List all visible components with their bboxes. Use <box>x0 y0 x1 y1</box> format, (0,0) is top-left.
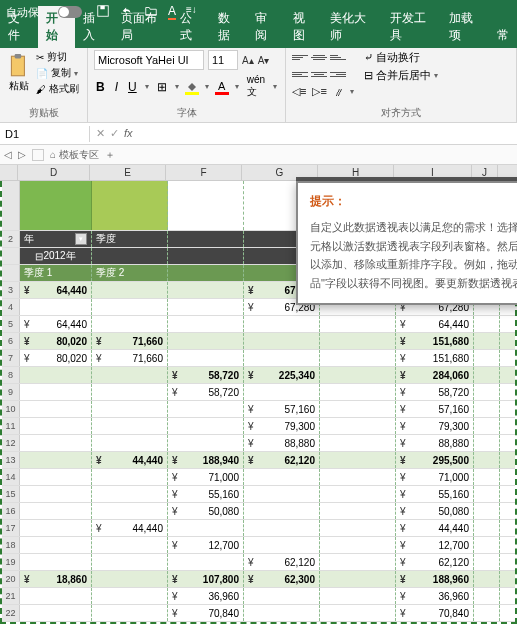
cell[interactable] <box>92 554 168 570</box>
cell[interactable] <box>92 503 168 519</box>
cell[interactable] <box>20 452 92 468</box>
cell[interactable]: ¥151,680 <box>396 333 474 349</box>
cell[interactable]: ¥64,440 <box>20 316 92 332</box>
cell[interactable]: ¥88,880 <box>244 435 320 451</box>
tab-beautify[interactable]: 美化大师 <box>322 6 381 48</box>
cell[interactable] <box>474 401 500 417</box>
border-button[interactable]: ⊞ <box>155 79 169 95</box>
cell[interactable] <box>244 350 320 366</box>
cell[interactable]: ¥71,000 <box>168 469 244 485</box>
year-value[interactable]: 2012年 <box>43 249 75 263</box>
cell[interactable] <box>320 435 396 451</box>
cell[interactable] <box>244 537 320 553</box>
align-top-button[interactable] <box>292 50 308 64</box>
worksheet-grid[interactable]: D E F G H I J 提示： 自定义此数据透视表以满足您的需求！选择数据透… <box>0 165 517 624</box>
grow-font-button[interactable]: A▴ <box>242 55 254 66</box>
cell[interactable] <box>474 384 500 400</box>
cell[interactable]: ¥57,160 <box>396 401 474 417</box>
cell[interactable] <box>168 401 244 417</box>
cell[interactable]: ¥36,960 <box>396 588 474 604</box>
cell[interactable] <box>168 554 244 570</box>
cell[interactable]: ¥58,720 <box>168 384 244 400</box>
cell[interactable]: ¥62,120 <box>396 554 474 570</box>
merge-center-button[interactable]: ⊟合并后居中▾ <box>364 68 438 83</box>
tab-addin[interactable]: 加载项 <box>441 6 489 48</box>
cell[interactable] <box>320 418 396 434</box>
cell[interactable] <box>244 588 320 604</box>
cell[interactable] <box>474 588 500 604</box>
cell[interactable] <box>320 350 396 366</box>
year-filter-icon[interactable]: ▾ <box>75 233 87 245</box>
cell[interactable] <box>474 503 500 519</box>
orientation-button[interactable]: ⫽ <box>333 86 344 98</box>
cell[interactable] <box>320 503 396 519</box>
cell[interactable] <box>92 537 168 553</box>
cell[interactable] <box>244 520 320 536</box>
tab-review[interactable]: 审阅 <box>247 6 285 48</box>
cell[interactable]: ¥71,660 <box>92 333 168 349</box>
cell[interactable] <box>474 486 500 502</box>
align-bottom-button[interactable] <box>330 50 346 64</box>
align-center-button[interactable] <box>311 67 327 81</box>
cell[interactable]: ¥62,120 <box>244 452 320 468</box>
font-size-select[interactable] <box>208 50 238 70</box>
italic-button[interactable]: I <box>113 79 120 95</box>
cell[interactable]: ¥188,960 <box>396 571 474 587</box>
add-sheet-button[interactable]: ＋ <box>105 148 115 162</box>
cell[interactable]: ¥62,300 <box>244 571 320 587</box>
cell[interactable]: ¥58,720 <box>396 384 474 400</box>
cell[interactable] <box>92 605 168 621</box>
indent-increase-button[interactable]: ▷≡ <box>312 85 326 98</box>
cell[interactable] <box>92 401 168 417</box>
cell[interactable]: ¥36,960 <box>168 588 244 604</box>
cell[interactable]: ¥44,440 <box>92 452 168 468</box>
cell[interactable] <box>92 418 168 434</box>
cell[interactable] <box>474 469 500 485</box>
cell[interactable] <box>20 367 92 383</box>
cell[interactable] <box>92 486 168 502</box>
cell[interactable]: ¥44,440 <box>396 520 474 536</box>
cell[interactable]: ¥79,300 <box>396 418 474 434</box>
cell[interactable] <box>20 418 92 434</box>
cell[interactable] <box>474 520 500 536</box>
cell[interactable]: ¥70,840 <box>168 605 244 621</box>
cell[interactable] <box>168 299 244 315</box>
cell[interactable] <box>320 333 396 349</box>
new-sheet-icon[interactable] <box>32 149 44 161</box>
cell[interactable] <box>474 605 500 621</box>
tab-dev[interactable]: 开发工具 <box>382 6 441 48</box>
cell[interactable] <box>244 384 320 400</box>
cell[interactable]: ¥71,000 <box>396 469 474 485</box>
tab-data[interactable]: 数据 <box>210 6 248 48</box>
cell[interactable] <box>244 469 320 485</box>
align-left-button[interactable] <box>292 67 308 81</box>
autosave-toggle[interactable] <box>58 6 82 18</box>
cell[interactable] <box>320 401 396 417</box>
cell[interactable] <box>168 350 244 366</box>
cell[interactable] <box>168 418 244 434</box>
fill-color-button[interactable] <box>185 80 199 94</box>
cell[interactable]: ¥71,660 <box>92 350 168 366</box>
cell[interactable] <box>474 350 500 366</box>
cell[interactable]: ¥55,160 <box>396 486 474 502</box>
cell[interactable] <box>20 486 92 502</box>
cell[interactable] <box>320 520 396 536</box>
cell[interactable] <box>168 333 244 349</box>
font-color-button[interactable]: A <box>215 80 229 94</box>
cell[interactable] <box>92 435 168 451</box>
cancel-icon[interactable]: ✕ <box>96 127 105 140</box>
cell[interactable]: ¥12,700 <box>168 537 244 553</box>
col-D[interactable]: D <box>18 165 90 180</box>
cell[interactable]: ¥64,440 <box>396 316 474 332</box>
cell[interactable]: ¥70,840 <box>396 605 474 621</box>
fx-icon[interactable]: fx <box>124 127 133 140</box>
col-F[interactable]: F <box>166 165 242 180</box>
template-area-button[interactable]: ⌂ 模板专区 <box>50 148 99 162</box>
cell[interactable] <box>20 401 92 417</box>
cell[interactable] <box>20 503 92 519</box>
cell[interactable]: ¥64,440 <box>20 282 92 298</box>
cell[interactable]: ¥62,120 <box>244 554 320 570</box>
cell[interactable] <box>244 316 320 332</box>
cell[interactable] <box>20 605 92 621</box>
cell[interactable] <box>168 316 244 332</box>
